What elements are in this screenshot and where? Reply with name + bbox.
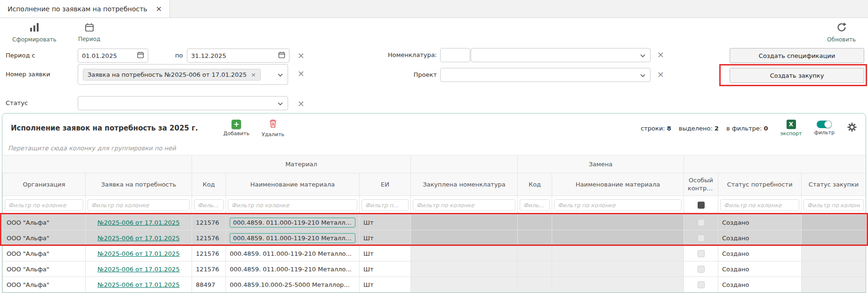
create-specifications-button[interactable]: Создать спецификации	[730, 48, 864, 63]
export-label: экспорт	[780, 130, 802, 137]
col-header-status-purchase[interactable]: Статус закупки	[802, 173, 866, 196]
clear-status-icon[interactable]: ×	[297, 99, 305, 108]
period-button[interactable]: Период	[78, 23, 100, 42]
material-editor-cell[interactable]: 000.4859. 011.000-119-210 Металло...	[230, 233, 355, 243]
cell-purchased-nomenclature	[411, 230, 518, 246]
cell-unit: Шт	[360, 230, 411, 246]
grid-stats: строки:8 выделено:2 в фильтре:0	[641, 125, 768, 132]
request-select[interactable]: Заявка на потребность №2025-006 от 17.01…	[78, 64, 288, 85]
special-control-filter-checkbox[interactable]	[698, 202, 705, 209]
row-checkbox[interactable]	[698, 250, 705, 257]
tab-close-icon[interactable]: ×	[156, 5, 162, 13]
tab-bar: Исполнение по заявкам на потребность ×	[0, 0, 868, 18]
row-checkbox[interactable]	[698, 266, 705, 273]
nomenclature-code-input[interactable]	[440, 48, 470, 62]
col-header-material-name2[interactable]: Наименование материала	[552, 173, 684, 196]
plus-icon: +	[232, 120, 241, 129]
filter-code-input[interactable]	[194, 199, 224, 211]
delete-button[interactable]: Удалить	[262, 119, 284, 138]
generate-button[interactable]: Сформировать	[12, 22, 56, 43]
calendar-icon	[278, 51, 285, 60]
chip-remove-icon[interactable]: ×	[251, 71, 256, 78]
cell-special-control	[684, 246, 718, 261]
clear-project-icon[interactable]: ×	[657, 70, 664, 79]
filter-material2-input[interactable]	[554, 199, 682, 211]
request-link[interactable]: №2025-006 от 17.01.2025	[97, 266, 179, 273]
material-editor-cell[interactable]: 000.4859. 011.000-119-210 Металло...	[230, 218, 355, 228]
cell-purchased-nomenclature	[411, 246, 518, 261]
toggle-on-icon[interactable]	[817, 121, 832, 128]
status-select[interactable]	[78, 96, 288, 110]
filter-material-input[interactable]	[228, 199, 357, 211]
export-button[interactable]: X экспорт	[780, 120, 802, 137]
clear-request-icon[interactable]: ×	[297, 69, 305, 78]
col-header-special-control[interactable]: Особый контроль	[684, 173, 718, 196]
filter-cell	[3, 196, 86, 215]
cell-special-control	[684, 261, 718, 277]
refresh-button[interactable]: Обновить	[827, 22, 856, 43]
row-checkbox[interactable]	[698, 219, 705, 226]
cell-status-need: Создано	[718, 230, 802, 246]
cell-replacement-code	[518, 246, 552, 261]
cell-unit: Шт	[360, 261, 411, 277]
cell-replacement-material	[552, 215, 684, 230]
col-header-code2[interactable]: Код	[518, 173, 552, 196]
col-header-code[interactable]: Код	[192, 173, 226, 196]
filter-request-input[interactable]	[88, 199, 190, 211]
clear-nomenclature-icon[interactable]: ×	[657, 50, 664, 59]
cell-organization: ООО "Альфа"	[3, 215, 86, 230]
nomenclature-select[interactable]	[471, 48, 651, 62]
request-link[interactable]: №2025-006 от 17.01.2025	[97, 235, 179, 242]
filter-toggle[interactable]: фильтр	[814, 121, 835, 136]
row-checkbox[interactable]	[698, 235, 705, 242]
filter-row	[3, 196, 866, 215]
filter-purchased-input[interactable]	[413, 199, 515, 211]
request-link[interactable]: №2025-006 от 17.01.2025	[97, 219, 179, 226]
settings-button[interactable]	[847, 122, 857, 134]
filter-unit-input[interactable]	[362, 199, 409, 211]
add-button[interactable]: + Добавить	[224, 120, 249, 137]
table-row[interactable]: ООО "Альфа" №2025-006 от 17.01.2025 1215…	[3, 215, 866, 230]
project-select[interactable]	[440, 68, 651, 82]
cell-request: №2025-006 от 17.01.2025	[86, 215, 192, 230]
cell-special-control	[684, 230, 718, 246]
cell-organization: ООО "Альфа"	[3, 277, 86, 293]
request-link[interactable]: №2025-006 от 17.01.2025	[97, 250, 179, 257]
app-window: Исполнение по заявкам на потребность × С…	[0, 0, 868, 293]
table-row[interactable]: ООО "Альфа" №2025-006 от 17.01.2025 1215…	[3, 261, 866, 277]
table-row[interactable]: ООО "Альфа" №2025-006 от 17.01.2025 1215…	[3, 230, 866, 246]
col-header-purchased[interactable]: Закуплена номенклатура	[411, 173, 518, 196]
col-header-status-need[interactable]: Статус потребности	[718, 173, 802, 196]
period-from-value[interactable]	[82, 52, 133, 59]
row-checkbox[interactable]	[698, 281, 705, 288]
period-from-input[interactable]	[78, 49, 148, 63]
period-to-input[interactable]	[187, 49, 289, 63]
col-header-material-name[interactable]: Наименование материала	[226, 173, 360, 196]
request-link[interactable]: №2025-006 от 17.01.2025	[97, 281, 179, 288]
tab-execution[interactable]: Исполнение по заявкам на потребность ×	[0, 0, 170, 17]
request-chip: Заявка на потребность №2025-006 от 17.01…	[83, 69, 261, 81]
cell-code: 121576	[192, 215, 226, 230]
cell-request: №2025-006 от 17.01.2025	[86, 230, 192, 246]
group-by-hint: Перетащите сюда колонку для группировки …	[2, 143, 866, 155]
col-header-unit[interactable]: ЕИ	[360, 173, 411, 196]
create-purchase-button[interactable]: Создать закупку	[730, 68, 864, 83]
table-row[interactable]: ООО "Альфа" №2025-006 от 17.01.2025 8849…	[3, 277, 866, 293]
nomenclature-label: Номенклатура:	[330, 48, 437, 62]
filter-org-input[interactable]	[5, 199, 83, 211]
cell-organization: ООО "Альфа"	[3, 230, 86, 246]
filter-cell	[552, 196, 684, 215]
period-to-value[interactable]	[191, 52, 274, 59]
clear-period-icon[interactable]: ×	[297, 51, 305, 60]
col-header-organization[interactable]: Организация	[3, 173, 86, 196]
filter-code2-input[interactable]	[520, 199, 550, 211]
period-from-label: Период с	[6, 49, 35, 63]
filter-cell	[684, 196, 718, 215]
table-row[interactable]: ООО "Альфа" №2025-006 от 17.01.2025 1215…	[3, 246, 866, 261]
col-header-request[interactable]: Заявка на потребность	[86, 173, 192, 196]
filter-toggle-label: фильтр	[814, 130, 835, 136]
cell-code: 121576	[192, 261, 226, 277]
column-header-row: Организация Заявка на потребность Код На…	[3, 173, 866, 196]
filter-status-purchase-input[interactable]	[804, 199, 864, 211]
filter-status-need-input[interactable]	[720, 199, 799, 211]
